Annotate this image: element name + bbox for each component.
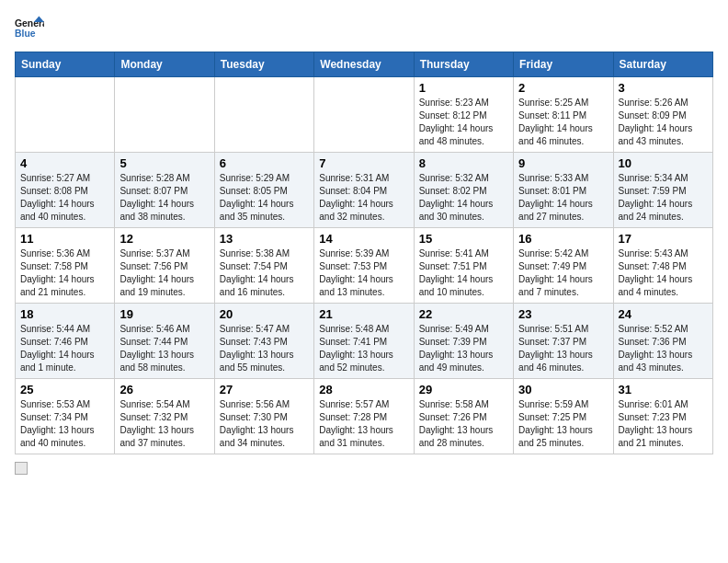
calendar-day-cell: 6Sunrise: 5:29 AM Sunset: 8:05 PM Daylig…	[214, 153, 313, 228]
day-info: Sunrise: 5:56 AM Sunset: 7:30 PM Dayligh…	[220, 398, 309, 450]
calendar-day-cell: 9Sunrise: 5:33 AM Sunset: 8:01 PM Daylig…	[514, 153, 613, 228]
day-number: 19	[119, 307, 209, 321]
day-number: 8	[419, 156, 508, 170]
logo-icon: General Blue	[15, 15, 44, 44]
day-number: 26	[119, 383, 209, 396]
day-number: 23	[518, 307, 608, 321]
day-info: Sunrise: 5:23 AM Sunset: 8:12 PM Dayligh…	[419, 97, 508, 148]
day-info: Sunrise: 6:01 AM Sunset: 7:23 PM Dayligh…	[619, 398, 708, 450]
calendar-week-row: 18Sunrise: 5:44 AM Sunset: 7:46 PM Dayli…	[16, 304, 713, 379]
day-number: 11	[20, 232, 109, 246]
day-info: Sunrise: 5:29 AM Sunset: 8:05 PM Dayligh…	[220, 172, 309, 224]
day-info: Sunrise: 5:47 AM Sunset: 7:43 PM Dayligh…	[220, 323, 309, 374]
day-number: 3	[619, 81, 708, 95]
day-info: Sunrise: 5:46 AM Sunset: 7:44 PM Dayligh…	[119, 323, 209, 374]
calendar-day-cell: 30Sunrise: 5:59 AM Sunset: 7:25 PM Dayli…	[514, 379, 613, 454]
day-info: Sunrise: 5:36 AM Sunset: 7:58 PM Dayligh…	[20, 247, 109, 299]
calendar-day-cell: 19Sunrise: 5:46 AM Sunset: 7:44 PM Dayli…	[115, 304, 214, 379]
calendar-day-cell: 22Sunrise: 5:49 AM Sunset: 7:39 PM Dayli…	[414, 304, 513, 379]
calendar-day-cell: 21Sunrise: 5:48 AM Sunset: 7:41 PM Dayli…	[314, 304, 414, 379]
day-info: Sunrise: 5:51 AM Sunset: 7:37 PM Dayligh…	[518, 323, 608, 374]
calendar-day-cell: 24Sunrise: 5:52 AM Sunset: 7:36 PM Dayli…	[613, 304, 712, 379]
day-number: 24	[619, 307, 708, 321]
calendar-day-header: Saturday	[613, 52, 712, 77]
day-number: 31	[619, 383, 708, 396]
calendar-week-row: 4Sunrise: 5:27 AM Sunset: 8:08 PM Daylig…	[16, 153, 713, 228]
day-info: Sunrise: 5:28 AM Sunset: 8:07 PM Dayligh…	[119, 172, 209, 224]
day-info: Sunrise: 5:44 AM Sunset: 7:46 PM Dayligh…	[20, 323, 109, 374]
day-number: 12	[119, 232, 209, 246]
calendar-footer	[15, 462, 713, 475]
day-number: 5	[119, 156, 209, 170]
day-number: 9	[518, 156, 608, 170]
day-number: 28	[319, 383, 408, 396]
day-info: Sunrise: 5:26 AM Sunset: 8:09 PM Dayligh…	[619, 97, 708, 148]
day-info: Sunrise: 5:34 AM Sunset: 7:59 PM Dayligh…	[619, 172, 708, 224]
calendar-day-cell: 5Sunrise: 5:28 AM Sunset: 8:07 PM Daylig…	[115, 153, 214, 228]
calendar-day-cell: 10Sunrise: 5:34 AM Sunset: 7:59 PM Dayli…	[613, 153, 712, 228]
svg-text:Blue: Blue	[15, 29, 36, 39]
day-info: Sunrise: 5:58 AM Sunset: 7:26 PM Dayligh…	[419, 398, 508, 450]
calendar-day-cell: 3Sunrise: 5:26 AM Sunset: 8:09 PM Daylig…	[613, 77, 712, 153]
calendar-day-header: Wednesday	[314, 52, 414, 77]
day-info: Sunrise: 5:41 AM Sunset: 7:51 PM Dayligh…	[419, 247, 508, 299]
day-info: Sunrise: 5:27 AM Sunset: 8:08 PM Dayligh…	[20, 172, 109, 224]
calendar-day-cell	[214, 77, 313, 153]
day-info: Sunrise: 5:37 AM Sunset: 7:56 PM Dayligh…	[119, 247, 209, 299]
day-number: 14	[319, 232, 408, 246]
page-header: General Blue	[15, 15, 713, 44]
day-number: 2	[518, 81, 608, 95]
day-number: 10	[619, 156, 708, 170]
calendar-header-row: SundayMondayTuesdayWednesdayThursdayFrid…	[16, 52, 713, 77]
day-info: Sunrise: 5:31 AM Sunset: 8:04 PM Dayligh…	[319, 172, 408, 224]
day-info: Sunrise: 5:59 AM Sunset: 7:25 PM Dayligh…	[518, 398, 608, 450]
calendar-day-header: Tuesday	[214, 52, 313, 77]
day-info: Sunrise: 5:25 AM Sunset: 8:11 PM Dayligh…	[518, 97, 608, 148]
day-number: 15	[419, 232, 508, 246]
calendar-day-cell: 2Sunrise: 5:25 AM Sunset: 8:11 PM Daylig…	[514, 77, 613, 153]
calendar-day-cell: 11Sunrise: 5:36 AM Sunset: 7:58 PM Dayli…	[16, 228, 115, 304]
day-info: Sunrise: 5:42 AM Sunset: 7:49 PM Dayligh…	[518, 247, 608, 299]
calendar-day-cell: 20Sunrise: 5:47 AM Sunset: 7:43 PM Dayli…	[214, 304, 313, 379]
day-number: 1	[419, 81, 508, 95]
calendar-day-cell: 27Sunrise: 5:56 AM Sunset: 7:30 PM Dayli…	[214, 379, 313, 454]
calendar-day-cell: 1Sunrise: 5:23 AM Sunset: 8:12 PM Daylig…	[414, 77, 513, 153]
calendar-day-cell: 26Sunrise: 5:54 AM Sunset: 7:32 PM Dayli…	[115, 379, 214, 454]
calendar-day-cell: 15Sunrise: 5:41 AM Sunset: 7:51 PM Dayli…	[414, 228, 513, 304]
calendar-day-cell: 13Sunrise: 5:38 AM Sunset: 7:54 PM Dayli…	[214, 228, 313, 304]
day-number: 27	[220, 383, 309, 396]
day-info: Sunrise: 5:54 AM Sunset: 7:32 PM Dayligh…	[119, 398, 209, 450]
calendar-table: SundayMondayTuesdayWednesdayThursdayFrid…	[15, 52, 713, 454]
day-number: 13	[220, 232, 309, 246]
day-number: 25	[20, 383, 109, 396]
calendar-day-cell	[314, 77, 414, 153]
calendar-day-cell: 23Sunrise: 5:51 AM Sunset: 7:37 PM Dayli…	[514, 304, 613, 379]
calendar-day-header: Sunday	[16, 52, 115, 77]
day-info: Sunrise: 5:49 AM Sunset: 7:39 PM Dayligh…	[419, 323, 508, 374]
calendar-day-cell: 4Sunrise: 5:27 AM Sunset: 8:08 PM Daylig…	[16, 153, 115, 228]
day-number: 21	[319, 307, 408, 321]
day-number: 16	[518, 232, 608, 246]
day-info: Sunrise: 5:53 AM Sunset: 7:34 PM Dayligh…	[20, 398, 109, 450]
calendar-day-cell: 17Sunrise: 5:43 AM Sunset: 7:48 PM Dayli…	[613, 228, 712, 304]
day-info: Sunrise: 5:32 AM Sunset: 8:02 PM Dayligh…	[419, 172, 508, 224]
calendar-day-cell: 16Sunrise: 5:42 AM Sunset: 7:49 PM Dayli…	[514, 228, 613, 304]
day-info: Sunrise: 5:38 AM Sunset: 7:54 PM Dayligh…	[220, 247, 309, 299]
calendar-week-row: 11Sunrise: 5:36 AM Sunset: 7:58 PM Dayli…	[16, 228, 713, 304]
day-info: Sunrise: 5:33 AM Sunset: 8:01 PM Dayligh…	[518, 172, 608, 224]
logo: General Blue	[15, 15, 44, 44]
calendar-day-cell: 7Sunrise: 5:31 AM Sunset: 8:04 PM Daylig…	[314, 153, 414, 228]
calendar-week-row: 1Sunrise: 5:23 AM Sunset: 8:12 PM Daylig…	[16, 77, 713, 153]
day-info: Sunrise: 5:43 AM Sunset: 7:48 PM Dayligh…	[619, 247, 708, 299]
day-number: 20	[220, 307, 309, 321]
calendar-day-cell: 25Sunrise: 5:53 AM Sunset: 7:34 PM Dayli…	[16, 379, 115, 454]
day-number: 7	[319, 156, 408, 170]
calendar-day-cell: 31Sunrise: 6:01 AM Sunset: 7:23 PM Dayli…	[613, 379, 712, 454]
day-info: Sunrise: 5:48 AM Sunset: 7:41 PM Dayligh…	[319, 323, 408, 374]
day-number: 30	[518, 383, 608, 396]
day-number: 22	[419, 307, 508, 321]
day-number: 17	[619, 232, 708, 246]
day-number: 4	[20, 156, 109, 170]
day-number: 29	[419, 383, 508, 396]
day-info: Sunrise: 5:52 AM Sunset: 7:36 PM Dayligh…	[619, 323, 708, 374]
